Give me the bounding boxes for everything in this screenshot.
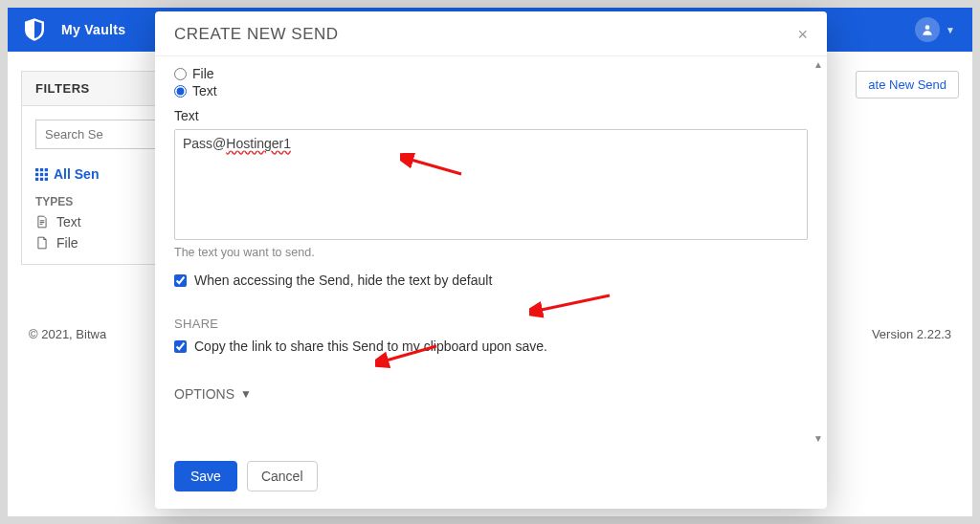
chevron-down-icon: ▼ [240,387,252,401]
all-sends-label: All Sen [54,166,99,182]
text-field-label: Text [174,108,808,123]
svg-rect-1 [35,168,38,171]
type-text-label: Text [56,214,81,229]
scrollbar[interactable]: ▲ ▼ [812,58,825,446]
type-file-radio[interactable]: File [174,66,808,81]
options-label: OPTIONS [174,386,234,402]
file-icon [35,236,49,250]
type-file-label: File [56,235,78,251]
svg-rect-8 [40,177,43,180]
footer-copyright: © 2021, Bitwa [29,327,106,341]
svg-rect-5 [40,172,43,175]
text-value-part2: Hostinger1 [226,136,291,151]
svg-rect-3 [45,168,48,171]
create-new-send-button[interactable]: ate New Send [856,71,959,98]
svg-rect-4 [35,172,38,175]
radio-file-label: File [192,66,214,81]
text-helper: The text you want to send. [174,246,808,259]
options-toggle[interactable]: OPTIONS ▼ [174,386,808,402]
scroll-up-icon[interactable]: ▲ [812,58,825,72]
svg-rect-7 [35,177,38,180]
logo-shield-icon [25,18,44,41]
brand-label: My Vaults [61,22,125,37]
user-icon [921,23,934,36]
text-file-icon [35,215,49,229]
user-menu[interactable] [915,17,940,42]
scroll-down-icon[interactable]: ▼ [812,432,825,446]
caret-down-icon: ▼ [946,25,955,35]
svg-rect-6 [45,172,48,175]
svg-rect-2 [40,168,43,171]
footer-version: Version 2.22.3 [872,327,951,341]
svg-rect-9 [45,177,48,180]
type-text-radio[interactable]: Text [174,83,808,98]
modal-body: File Text Text Pass@Hostinger1 The text … [155,56,827,448]
copy-link-checkbox[interactable]: Copy the link to share this Send to my c… [174,338,808,354]
create-send-modal: CREATE NEW SEND × File Text Text Pass@Ho… [155,11,827,509]
share-section-label: SHARE [174,317,808,331]
save-button[interactable]: Save [174,461,237,491]
hide-text-label: When accessing the Send, hide the text b… [194,273,492,288]
svg-point-0 [925,25,930,30]
text-value-part1: Pass@ [183,136,226,151]
modal-title: CREATE NEW SEND [174,25,339,44]
cancel-button[interactable]: Cancel [247,461,318,491]
radio-text-label: Text [192,83,217,98]
grid-icon [35,168,48,181]
hide-text-checkbox[interactable]: When accessing the Send, hide the text b… [174,273,808,288]
close-icon[interactable]: × [797,26,808,43]
copy-link-label: Copy the link to share this Send to my c… [194,338,547,354]
text-input[interactable]: Pass@Hostinger1 [174,129,808,240]
